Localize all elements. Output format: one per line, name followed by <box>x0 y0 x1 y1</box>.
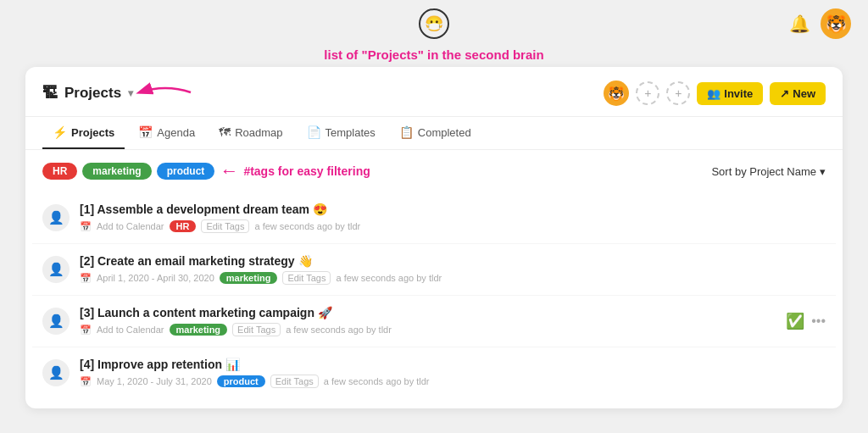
table-row: 👤 [2] Create an email marketing strategy… <box>32 244 836 296</box>
project-time: a few seconds ago by tldr <box>254 221 360 231</box>
tag-product[interactable]: product <box>157 163 215 180</box>
tab-roadmap[interactable]: 🗺 Roadmap <box>209 117 292 149</box>
header-actions: 🐯 + + 👥 Invite ↗ New <box>604 80 826 106</box>
calendar-icon: 📅 <box>80 325 92 336</box>
filter-row: HR marketing product ← #tags for easy fi… <box>25 150 843 192</box>
edit-tags-button[interactable]: Edit Tags <box>270 375 319 388</box>
agenda-tab-label: Agenda <box>157 126 195 139</box>
project-actions: ✅ ••• <box>786 312 826 330</box>
new-icon: ↗ <box>780 87 789 100</box>
project-title[interactable]: [2] Create an email marketing strategy 👋 <box>80 254 826 268</box>
project-content: [3] Launch a content marketing campaign … <box>80 306 776 336</box>
project-content: [1] Assemble a development dream team 😍 … <box>80 203 826 233</box>
sort-label: Sort by Project Name <box>711 165 816 178</box>
add-member-button-2[interactable]: + <box>666 81 690 105</box>
member-avatar: 🐯 <box>604 80 629 106</box>
new-button[interactable]: ↗ New <box>770 82 826 105</box>
avatar: 👤 <box>42 359 70 386</box>
calendar-icon: 📅 <box>80 376 92 387</box>
complete-button[interactable]: ✅ <box>786 312 804 330</box>
tabs-bar: ⚡ Projects 📅 Agenda 🗺 Roadmap 📄 Template… <box>25 117 843 150</box>
tab-templates[interactable]: 📄 Templates <box>297 117 386 149</box>
edit-tags-button[interactable]: Edit Tags <box>232 323 281 336</box>
completed-tab-icon: 📋 <box>399 125 414 139</box>
project-date: May 1, 2020 - July 31, 2020 <box>97 376 212 386</box>
title-caret-icon: ▾ <box>128 87 133 99</box>
tags-annotation: #tags for easy filtering <box>243 164 370 178</box>
calendar-icon: 📅 <box>80 273 92 284</box>
table-row: 👤 [4] Improve app retention 📊 📅 May 1, 2… <box>32 347 836 398</box>
project-meta: 📅 Add to Calendar HR Edit Tags a few sec… <box>80 219 826 233</box>
project-tag[interactable]: marketing <box>170 324 228 336</box>
project-tag[interactable]: HR <box>170 220 197 232</box>
user-avatar[interactable]: 🐯 <box>821 8 851 39</box>
project-title[interactable]: [4] Improve app retention 📊 <box>80 358 826 371</box>
edit-tags-button[interactable]: Edit Tags <box>282 271 331 285</box>
new-label: New <box>793 87 815 100</box>
logo-icon: 😷 <box>425 14 443 33</box>
roadmap-tab-label: Roadmap <box>235 126 282 139</box>
tag-marketing[interactable]: marketing <box>82 163 151 180</box>
project-meta: 📅 May 1, 2020 - July 31, 2020 product Ed… <box>80 375 826 388</box>
sort-button[interactable]: Sort by Project Name ▾ <box>711 165 826 178</box>
bell-icon[interactable]: 🔔 <box>789 14 810 34</box>
tag-hr[interactable]: HR <box>42 163 77 180</box>
project-tag[interactable]: marketing <box>220 272 278 284</box>
project-title[interactable]: [3] Launch a content marketing campaign … <box>80 306 776 319</box>
edit-tags-button[interactable]: Edit Tags <box>201 219 249 233</box>
project-icon: 🏗 <box>42 85 58 103</box>
projects-tab-label: Projects <box>71 126 114 139</box>
invite-icon: 👥 <box>707 87 721 100</box>
top-bar-right: 🔔 🐯 <box>789 8 851 39</box>
avatar: 👤 <box>42 256 70 283</box>
agenda-tab-icon: 📅 <box>138 125 153 139</box>
project-content: [4] Improve app retention 📊 📅 May 1, 202… <box>80 358 826 388</box>
project-content: [2] Create an email marketing strategy 👋… <box>80 254 826 285</box>
top-logo: 😷 <box>419 8 449 39</box>
completed-tab-label: Completed <box>418 126 471 139</box>
project-title[interactable]: [1] Assemble a development dream team 😍 <box>80 203 826 216</box>
annotation-heading: list of "Projects" in the second brain <box>0 47 868 62</box>
avatar: 👤 <box>42 204 70 231</box>
project-title-label: Projects <box>64 85 121 102</box>
invite-label: Invite <box>724 87 753 100</box>
table-row: 👤 [1] Assemble a development dream team … <box>32 192 836 244</box>
invite-button[interactable]: 👥 Invite <box>697 82 763 105</box>
top-bar: 😷 🔔 🐯 <box>0 0 868 47</box>
tab-completed[interactable]: 📋 Completed <box>389 117 481 149</box>
project-meta: 📅 April 1, 2020 - April 30, 2020 marketi… <box>80 271 826 285</box>
templates-tab-icon: 📄 <box>307 125 321 139</box>
projects-tab-icon: ⚡ <box>53 125 67 139</box>
project-date: Add to Calendar <box>97 325 164 335</box>
project-tag[interactable]: product <box>217 375 265 387</box>
calendar-icon: 📅 <box>80 221 92 232</box>
table-row: 👤 [3] Launch a content marketing campaig… <box>32 296 836 347</box>
more-options-button[interactable]: ••• <box>811 314 826 329</box>
project-date: April 1, 2020 - April 30, 2020 <box>97 273 214 283</box>
project-meta: 📅 Add to Calendar marketing Edit Tags a … <box>80 323 776 336</box>
add-member-button[interactable]: + <box>636 81 659 105</box>
project-time: a few seconds ago by tldr <box>336 273 442 283</box>
project-time: a few seconds ago by tldr <box>286 325 392 335</box>
tab-projects[interactable]: ⚡ Projects <box>42 117 125 149</box>
project-list: 👤 [1] Assemble a development dream team … <box>25 192 843 408</box>
avatar-emoji: 🐯 <box>826 14 847 34</box>
project-title-button[interactable]: 🏗 Projects ▾ <box>42 85 133 103</box>
avatar: 👤 <box>42 308 70 335</box>
templates-tab-label: Templates <box>326 126 376 139</box>
project-date: Add to Calendar <box>97 221 164 231</box>
tab-agenda[interactable]: 📅 Agenda <box>128 117 205 149</box>
tags-arrow-icon: ← <box>220 160 238 182</box>
sort-caret-icon: ▾ <box>820 165 826 178</box>
card-header: 🏗 Projects ▾ 🐯 + + 👥 Invite ↗ New <box>25 67 843 117</box>
project-time: a few seconds ago by tldr <box>324 376 430 386</box>
tag-filters: HR marketing product <box>42 163 214 180</box>
main-card: 🏗 Projects ▾ 🐯 + + 👥 Invite ↗ New ⚡ Proj… <box>25 67 843 408</box>
roadmap-tab-icon: 🗺 <box>219 125 231 139</box>
